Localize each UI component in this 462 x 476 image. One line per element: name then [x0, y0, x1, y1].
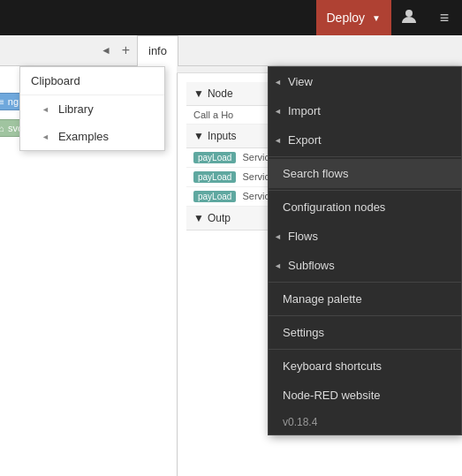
- menu-item-node-red-website-label: Node-RED website: [283, 389, 381, 402]
- divider-4: [269, 315, 461, 316]
- node2-icon: ⌂: [0, 124, 4, 133]
- menu-item-import-label: Import: [288, 104, 321, 117]
- deploy-label: Deploy: [327, 11, 366, 25]
- tab-add-button[interactable]: +: [115, 35, 137, 66]
- left-dropdown-menu: Clipboard ◄ Library ◄ Examples: [19, 66, 165, 151]
- menu-item-search-flows[interactable]: Search flows: [269, 159, 461, 188]
- menu-item-search-flows-label: Search flows: [283, 167, 348, 180]
- context-menu: View Import Export Search flows Configur…: [268, 66, 462, 435]
- input-badge-1: payLoad: [193, 152, 236, 163]
- version-label: v0.18.4: [269, 410, 461, 434]
- inputs-section-label: Inputs: [208, 130, 237, 142]
- deploy-arrow-icon: ▼: [372, 13, 381, 23]
- node-expand-icon: ▼: [193, 87, 204, 100]
- svg-point-0: [405, 10, 413, 17]
- menu-item-manage-palette[interactable]: Manage palette: [269, 284, 461, 314]
- divider-5: [269, 349, 461, 350]
- menu-item-export-label: Export: [288, 133, 322, 147]
- input-badge-2: payLoad: [193, 171, 236, 183]
- library-arrow-icon: ◄: [42, 105, 49, 114]
- menu-item-settings-label: Settings: [283, 326, 324, 339]
- menu-item-view[interactable]: View: [269, 67, 461, 96]
- library-label: Library: [58, 102, 94, 116]
- node-section-label: Node: [208, 87, 233, 100]
- examples-arrow-icon: ◄: [42, 132, 49, 141]
- chevron-left-icon: ◄: [101, 44, 111, 57]
- menu-item-subflows[interactable]: Subflows: [269, 251, 461, 280]
- menu-item-import[interactable]: Import: [269, 96, 461, 125]
- plus-icon: +: [122, 42, 130, 58]
- outputs-expand-icon: ▼: [193, 212, 204, 224]
- input-text-1: Servic: [242, 152, 269, 162]
- input-badge-3: payLoad: [193, 191, 236, 202]
- tab-info-label: info: [148, 44, 167, 57]
- menu-item-subflows-label: Subflows: [288, 259, 335, 272]
- clipboard-header: Clipboard: [20, 67, 164, 95]
- hamburger-icon: ≡: [440, 9, 450, 27]
- library-menu-item[interactable]: ◄ Library: [20, 95, 164, 123]
- user-icon: [401, 8, 417, 27]
- top-bar: Deploy ▼ ≡: [0, 0, 462, 35]
- divider-3: [269, 282, 461, 283]
- divider-1: [269, 156, 461, 157]
- menu-item-export[interactable]: Export: [269, 125, 461, 155]
- menu-item-settings[interactable]: Settings: [269, 318, 461, 347]
- divider-2: [269, 190, 461, 191]
- menu-item-manage-palette-label: Manage palette: [283, 292, 362, 306]
- menu-item-view-label: View: [288, 75, 313, 88]
- input-text-3: Servic: [242, 191, 269, 201]
- deploy-button[interactable]: Deploy ▼: [316, 0, 392, 35]
- menu-item-flows[interactable]: Flows: [269, 222, 461, 251]
- input-text-2: Servic: [242, 171, 269, 182]
- top-bar-left-space: [0, 0, 316, 35]
- tab-info[interactable]: info: [137, 35, 178, 66]
- menu-item-configuration-nodes-label: Configuration nodes: [283, 200, 385, 214]
- sidebar-tabs: ◄ + info: [0, 35, 462, 66]
- menu-item-node-red-website[interactable]: Node-RED website: [269, 381, 461, 410]
- menu-item-keyboard-shortcuts-label: Keyboard shortcuts: [283, 359, 382, 373]
- examples-menu-item[interactable]: ◄ Examples: [20, 123, 164, 150]
- menu-item-configuration-nodes[interactable]: Configuration nodes: [269, 193, 461, 222]
- call-label: Call a Ho: [193, 110, 233, 120]
- outputs-section-label: Outp: [208, 212, 231, 224]
- tab-nav-left[interactable]: ◄: [97, 35, 115, 66]
- examples-label: Examples: [58, 130, 109, 143]
- hamburger-menu-button[interactable]: ≡: [427, 0, 462, 35]
- inputs-expand-icon: ▼: [193, 130, 204, 142]
- menu-item-flows-label: Flows: [288, 230, 318, 243]
- node1-icon: ≡: [0, 97, 4, 107]
- user-button[interactable]: [391, 0, 427, 35]
- menu-item-keyboard-shortcuts[interactable]: Keyboard shortcuts: [269, 351, 461, 381]
